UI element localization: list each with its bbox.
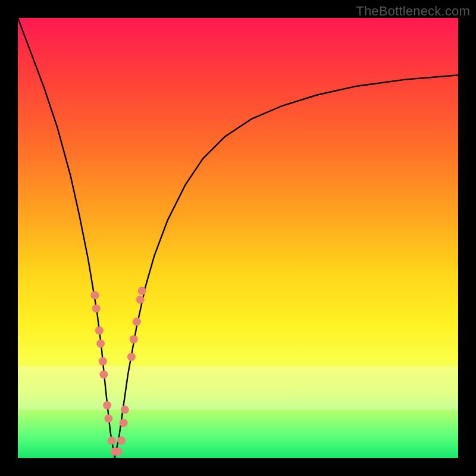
curve-marker [121, 406, 129, 414]
curve-marker [99, 370, 108, 378]
chart-svg [18, 18, 458, 458]
curve-marker [99, 357, 107, 365]
curve-marker [120, 419, 128, 427]
curve-marker [95, 326, 104, 334]
curve-marker [136, 296, 145, 304]
chart-frame: TheBottleneck.com [0, 0, 476, 476]
curve-marker [133, 318, 141, 326]
curve-marker [96, 340, 105, 348]
curve-marker [91, 291, 99, 299]
curve-markers [91, 287, 146, 456]
bottleneck-curve [18, 18, 458, 458]
curve-marker [114, 447, 123, 456]
curve-marker [108, 436, 116, 444]
curve-marker [92, 304, 101, 312]
curve-marker [104, 414, 112, 422]
watermark-text: TheBottleneck.com [356, 4, 470, 19]
curve-marker [127, 353, 136, 361]
curve-marker [103, 401, 111, 409]
curve-marker [117, 436, 126, 444]
curve-marker [138, 287, 146, 295]
plot-area [18, 18, 458, 458]
curve-marker [130, 335, 138, 343]
